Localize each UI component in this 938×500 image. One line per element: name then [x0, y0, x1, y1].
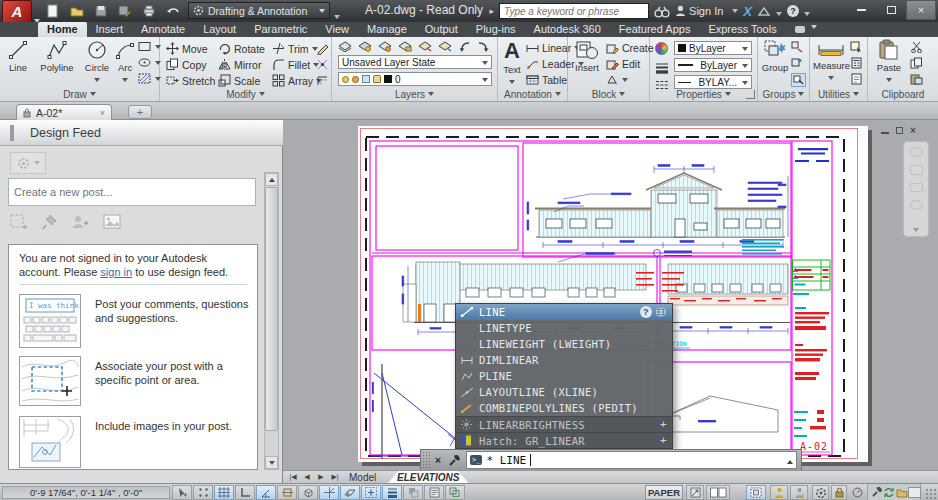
exchange-apps-icon[interactable]: X	[743, 4, 752, 19]
palette-grip[interactable]	[10, 125, 14, 141]
tray-wrench-icon[interactable]	[871, 487, 882, 498]
ui-lock-icon[interactable]	[831, 485, 847, 500]
properties-dialog-launcher[interactable]	[746, 90, 755, 99]
block-attributes-tool[interactable]	[606, 74, 628, 85]
table-tool[interactable]: Table	[526, 74, 567, 86]
panel-label-modify[interactable]: Modify	[160, 88, 331, 100]
object-snap-toggle[interactable]	[277, 485, 297, 500]
new-file-button[interactable]	[44, 3, 61, 19]
save-as-button[interactable]	[116, 3, 133, 19]
layer-match-icon[interactable]	[477, 40, 490, 52]
arc-dropdown-icon[interactable]	[122, 78, 128, 82]
paste-dropdown-icon[interactable]	[886, 78, 892, 82]
group-selection-toggle[interactable]	[791, 73, 806, 87]
rectangle-tool[interactable]	[138, 41, 161, 52]
copy-tool[interactable]: Copy	[166, 58, 207, 71]
scroll-up-button[interactable]	[265, 173, 278, 186]
panel-label-properties[interactable]: Properties	[650, 88, 757, 100]
line-tool[interactable]: Line	[3, 39, 33, 73]
suggestion-dimlinear[interactable]: DIMLINEAR	[456, 352, 672, 368]
tab-layout[interactable]: Layout	[194, 22, 245, 37]
tray-sync-icon[interactable]	[883, 487, 895, 498]
app-menu-button[interactable]: A	[2, 0, 32, 24]
undo-button[interactable]	[164, 3, 181, 19]
scroll-thumb[interactable]	[265, 187, 278, 431]
suggestion-linearbrightness[interactable]: LINEARBRIGHTNESS+	[456, 416, 672, 432]
circle-tool[interactable]: Circle	[81, 39, 113, 84]
tab-featured-apps[interactable]: Featured Apps	[610, 22, 700, 37]
feed-scrollbar[interactable]	[264, 172, 279, 470]
create-block-tool[interactable]: Create	[606, 42, 654, 54]
id-point-tool[interactable]	[850, 73, 863, 85]
edit-block-tool[interactable]: Edit	[606, 58, 640, 70]
panel-label-draw[interactable]: Draw	[0, 88, 159, 100]
polyline-tool[interactable]: Polyline	[35, 39, 79, 73]
array-tool[interactable]: Array	[272, 74, 322, 87]
zoom-icon[interactable]	[910, 183, 923, 193]
full-navigation-wheel-icon[interactable]	[910, 147, 923, 157]
feed-settings-button[interactable]	[10, 152, 46, 174]
suggestion-xline[interactable]: LAYOUTLINE (XLINE)	[456, 384, 672, 400]
next-layout-button[interactable]: ▶	[315, 472, 327, 482]
layer-freeze-icon[interactable]	[378, 40, 392, 52]
clean-screen-button[interactable]	[908, 487, 921, 498]
lineweight-display-toggle[interactable]	[382, 485, 402, 500]
quick-properties-toggle[interactable]	[424, 485, 444, 500]
panel-label-groups[interactable]: Groups	[758, 88, 809, 100]
new-post-input[interactable]	[8, 178, 256, 206]
prev-layout-button[interactable]: ◀	[301, 472, 313, 482]
bulb-icon[interactable]	[342, 76, 349, 83]
offset-tool[interactable]	[316, 74, 329, 87]
insert-block-tool[interactable]: Insert	[571, 39, 603, 73]
arc-tool[interactable]: Arc	[113, 39, 137, 84]
help-icon[interactable]: ?	[787, 5, 799, 17]
dwg-minimize-icon[interactable]	[881, 125, 889, 136]
lineweight-icon[interactable]	[655, 58, 669, 76]
command-customize-icon[interactable]	[446, 451, 462, 469]
copy-clip-tool[interactable]	[910, 57, 923, 69]
tab-home[interactable]: Home	[38, 22, 87, 37]
ungroup-tool[interactable]	[791, 41, 804, 53]
file-tab-close-icon[interactable]: ×	[100, 108, 105, 118]
quick-view-layouts-icon[interactable]	[706, 485, 730, 500]
tab-express-tools[interactable]: Express Tools	[699, 22, 785, 37]
object-snap-tracking-toggle[interactable]	[319, 485, 339, 500]
layer-color-swatch[interactable]	[384, 75, 392, 83]
search-input[interactable]	[499, 3, 649, 19]
panel-label-clipboard[interactable]: Clipboard	[868, 88, 938, 100]
dynamic-input-toggle[interactable]	[361, 485, 381, 500]
maximize-viewport-icon[interactable]	[746, 485, 766, 500]
maximize-button[interactable]	[876, 0, 906, 20]
hatch-tool[interactable]	[138, 73, 161, 84]
model-space-icon[interactable]	[686, 485, 704, 500]
trim-tool[interactable]: Trim	[272, 42, 318, 55]
layer-state-combo[interactable]: Unsaved Layer State	[338, 55, 492, 69]
layer-combo[interactable]: 0	[338, 72, 492, 86]
command-bar-grip[interactable]	[422, 451, 430, 469]
cut-tool[interactable]	[910, 41, 923, 53]
viewport-freeze-icon[interactable]	[362, 75, 370, 83]
minimize-button[interactable]	[846, 0, 876, 20]
layer-previous-icon[interactable]	[458, 40, 471, 52]
text-dropdown-icon[interactable]	[509, 80, 515, 84]
panel-label-utilities[interactable]: Utilities	[810, 88, 867, 100]
polar-tracking-toggle[interactable]	[256, 485, 276, 500]
panel-label-layers[interactable]: Layers	[332, 88, 497, 100]
sign-in-button[interactable]: Sign In	[675, 5, 738, 17]
erase-tool[interactable]	[316, 42, 329, 55]
coordinates-readout[interactable]: 0'-9 17/64", 0'-1 1/4" , 0'-0"	[2, 486, 170, 499]
sign-in-link[interactable]: sign in	[100, 266, 132, 278]
ribbon-minimize-icon[interactable]	[811, 15, 817, 33]
performance-icon[interactable]	[849, 485, 865, 500]
rotate-tool[interactable]: Rotate	[218, 42, 265, 55]
layer-properties-icon[interactable]	[338, 40, 352, 52]
selection-cycling-toggle[interactable]	[445, 485, 465, 500]
layer-unisolate-icon[interactable]	[438, 40, 452, 52]
tab-autodesk360[interactable]: Autodesk 360	[525, 22, 610, 37]
drawing-canvas[interactable]: ELEVATION	[283, 120, 938, 470]
navigation-bar[interactable]	[903, 141, 929, 237]
file-tab[interactable]: A-02* ×	[16, 104, 112, 120]
group-edit-tool[interactable]	[791, 57, 804, 69]
tray-folder-icon[interactable]	[896, 488, 908, 498]
navbar-menu-icon[interactable]	[913, 218, 919, 236]
